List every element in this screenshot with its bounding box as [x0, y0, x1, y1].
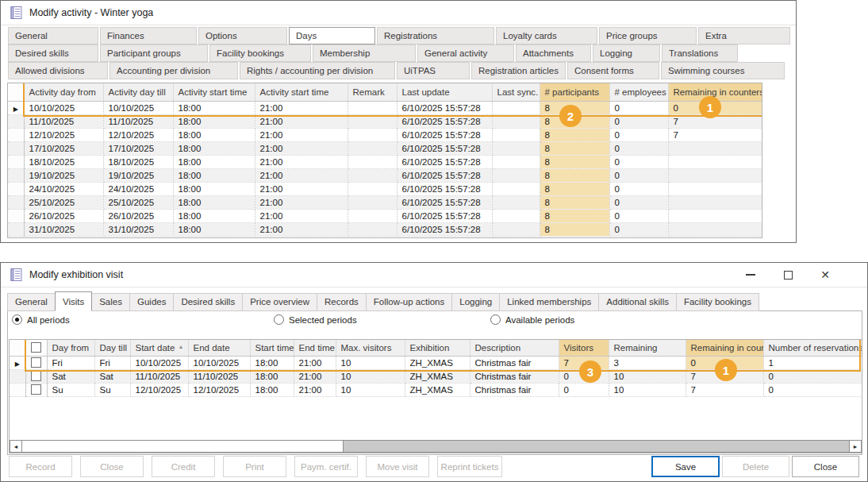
col-employees[interactable]: # employees: [609, 83, 668, 101]
cell-activity-start-time[interactable]: 18:00: [173, 209, 255, 222]
cell-end-date[interactable]: 12/10/2025: [188, 383, 250, 396]
cell-activity-day-from[interactable]: 10/10/2025: [24, 101, 103, 114]
top-tab-price-groups[interactable]: Price groups: [599, 27, 697, 44]
row-checkbox-cell[interactable]: [25, 369, 47, 383]
cell-remark[interactable]: [348, 101, 397, 114]
cell-remaining-in-counters[interactable]: 0: [686, 356, 763, 369]
cell-day-till[interactable]: Sat: [94, 369, 130, 383]
cell-last-sync[interactable]: [492, 114, 540, 128]
cell-start-time[interactable]: 18:00: [250, 356, 294, 369]
cell-activity-end-time[interactable]: 21:00: [255, 141, 348, 155]
cell-activity-end-time[interactable]: 21:00: [255, 101, 348, 114]
cell-employees[interactable]: 0: [609, 155, 668, 168]
cell-activity-day-till[interactable]: 25/10/2025: [103, 195, 173, 209]
col-start-date[interactable]: Start date▲: [130, 340, 188, 356]
cell-last-update[interactable]: 6/10/2025 15:57:28: [397, 155, 492, 168]
col-visitors[interactable]: Visitors: [559, 340, 609, 356]
credit-button[interactable]: Credit: [152, 456, 215, 477]
col-activity-start-time-2[interactable]: Activity start time: [255, 83, 348, 101]
cell-remark[interactable]: [348, 222, 397, 236]
bottom-tab-facility-bookings[interactable]: Facility bookings: [676, 293, 759, 311]
cell-day-till[interactable]: Fri: [94, 356, 130, 369]
cell-participants[interactable]: 8: [540, 155, 609, 168]
col-day-till[interactable]: Day till: [94, 340, 130, 356]
cell-description[interactable]: Christmas fair: [470, 369, 559, 383]
checkbox-icon[interactable]: [31, 384, 41, 395]
reprint-tickets-button[interactable]: Reprint tickets: [437, 456, 502, 477]
activity-day-row[interactable]: 18/10/2025 18/10/2025 18:00 21:00 6/10/2…: [8, 155, 762, 168]
cell-start-date[interactable]: 11/10/2025: [130, 369, 188, 383]
row-selector-cell[interactable]: [8, 195, 24, 209]
row-selector-cell[interactable]: [8, 182, 24, 195]
col-max-visitors[interactable]: Max. visitors: [336, 340, 405, 356]
cell-last-update[interactable]: 6/10/2025 15:57:28: [397, 168, 492, 182]
top-tab-desired-skills[interactable]: Desired skills: [8, 44, 98, 62]
radio-all-periods[interactable]: All periods: [12, 314, 70, 325]
row-selector-cell[interactable]: [8, 114, 24, 128]
horizontal-scrollbar[interactable]: ◄ ►: [10, 440, 862, 453]
cell-activity-day-till[interactable]: 26/10/2025: [103, 209, 173, 222]
cell-description[interactable]: Christmas fair: [470, 383, 559, 396]
cell-last-update[interactable]: 6/10/2025 15:57:28: [397, 182, 492, 195]
print-button[interactable]: Print: [223, 456, 286, 477]
cell-employees[interactable]: 0: [609, 141, 668, 155]
top-tab-accounting-per-division[interactable]: Accounting per division: [109, 62, 238, 79]
delete-button[interactable]: Delete: [722, 456, 789, 477]
move-visit-button[interactable]: Move visit: [366, 456, 429, 477]
cell-activity-day-from[interactable]: 31/10/2025: [24, 222, 103, 236]
cell-last-update[interactable]: 6/10/2025 15:57:28: [397, 114, 492, 128]
col-exhibition[interactable]: Exhibition: [405, 340, 470, 356]
cell-visitors[interactable]: 0: [559, 383, 609, 396]
bottom-tab-desired-skills[interactable]: Desired skills: [173, 293, 243, 311]
col-day-from[interactable]: Day from: [47, 340, 94, 356]
cell-day-from[interactable]: Fri: [47, 356, 94, 369]
col-start-time[interactable]: Start time: [250, 340, 294, 356]
cell-employees[interactable]: 0: [609, 168, 668, 182]
cell-remark[interactable]: [348, 195, 397, 209]
cell-participants[interactable]: 8: [540, 101, 609, 114]
visit-row[interactable]: Fri Fri 10/10/2025 10/10/2025 18:00 21:0…: [10, 356, 862, 369]
cell-last-sync[interactable]: [492, 155, 540, 168]
cell-max-visitors[interactable]: 10: [336, 356, 405, 369]
cell-activity-day-till[interactable]: 31/10/2025: [103, 222, 173, 236]
top-tab-facility-bookings[interactable]: Facility bookings: [209, 44, 311, 62]
cell-employees[interactable]: 0: [609, 195, 668, 209]
cell-start-time[interactable]: 18:00: [250, 383, 294, 396]
row-selector-cell[interactable]: [8, 101, 24, 114]
cell-last-sync[interactable]: [492, 182, 540, 195]
cell-activity-start-time[interactable]: 18:00: [173, 195, 255, 209]
col-remaining-in-counters[interactable]: Remaining in counters: [686, 340, 763, 356]
cell-remaining[interactable]: 3: [609, 356, 686, 369]
bottom-tab-guides[interactable]: Guides: [129, 293, 174, 311]
cell-number-of-reservations[interactable]: 1: [763, 356, 862, 369]
top-tab-general[interactable]: General: [8, 27, 98, 44]
top-tab-uitpas[interactable]: UiTPAS: [397, 62, 470, 79]
activity-day-row[interactable]: 11/10/2025 11/10/2025 18:00 21:00 6/10/2…: [8, 114, 762, 128]
scrollbar-thumb[interactable]: [22, 441, 344, 452]
cell-remaining-in-counters[interactable]: 7: [686, 369, 763, 383]
cell-last-sync[interactable]: [492, 222, 540, 236]
cell-remaining-in-counters[interactable]: 0: [668, 101, 762, 114]
cell-start-time[interactable]: 18:00: [250, 369, 294, 383]
cell-activity-day-till[interactable]: 11/10/2025: [103, 114, 173, 128]
bottom-tab-follow-up-actions[interactable]: Follow-up actions: [366, 293, 452, 311]
top-tab-logging[interactable]: Logging: [593, 44, 660, 62]
close-button[interactable]: Close: [792, 456, 859, 477]
top-tab-swimming-courses[interactable]: Swimming courses: [661, 62, 785, 79]
col-remark[interactable]: Remark: [348, 83, 397, 101]
cell-activity-start-time[interactable]: 18:00: [173, 168, 255, 182]
row-selector-cell[interactable]: [10, 369, 25, 383]
cell-start-date[interactable]: 10/10/2025: [130, 356, 188, 369]
maximize-button[interactable]: [775, 265, 801, 284]
row-checkbox-cell[interactable]: [25, 383, 47, 396]
cell-activity-end-time[interactable]: 21:00: [255, 182, 348, 195]
cell-max-visitors[interactable]: 10: [336, 369, 405, 383]
cell-participants[interactable]: 8: [540, 195, 609, 209]
cell-employees[interactable]: 0: [609, 182, 668, 195]
top-tab-rights-accounting-per-division[interactable]: Rights / accounting per division: [240, 62, 395, 79]
activity-day-row[interactable]: 31/10/2025 31/10/2025 18:00 21:00 6/10/2…: [8, 222, 762, 236]
cell-employees[interactable]: 0: [609, 128, 668, 141]
cell-end-date[interactable]: 11/10/2025: [188, 369, 250, 383]
checkbox-icon[interactable]: [31, 357, 41, 368]
cell-remaining-in-counters[interactable]: [668, 141, 762, 155]
